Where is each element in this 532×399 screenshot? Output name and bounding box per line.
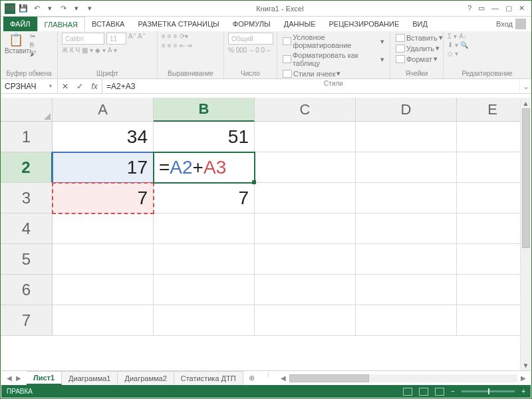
number-format-icons[interactable]: % 000 ←0 0→ [228,47,271,54]
cell-b1[interactable]: 51 [154,122,255,152]
cell-e3[interactable] [457,183,529,213]
cell-b7[interactable] [154,305,255,336]
sheet-tab-2[interactable]: Диаграмма1 [62,371,118,385]
insert-cells-button[interactable]: Вставить▾ [394,33,444,43]
formula-bar-expand-icon[interactable]: ⌄ [519,79,531,93]
tab-page-layout[interactable]: РАЗМЕТКА СТРАНИЦЫ [131,17,225,31]
qat-save-icon[interactable]: 💾 [18,3,29,14]
font-grow-shrink[interactable]: A˄ A˅ [128,33,146,45]
tab-home[interactable]: ГЛАВНАЯ [37,17,85,31]
cell-e5[interactable] [457,244,529,275]
cell-e2[interactable] [457,152,529,183]
tab-view[interactable]: ВИД [406,17,434,31]
qat-customize-icon[interactable]: ▾ [84,3,95,14]
col-header-a[interactable]: A [53,98,154,122]
row-header-1[interactable]: 1 [1,122,53,152]
col-header-e[interactable]: E [457,98,529,122]
cell-d5[interactable] [356,244,457,275]
paste-button[interactable]: 📋 Вставить [5,33,27,55]
help-icon[interactable]: ? [467,4,471,13]
sheet-nav-next-icon[interactable]: ▶ [16,374,21,382]
cell-c6[interactable] [255,275,356,305]
cell-e6[interactable] [457,275,529,305]
cell-d2[interactable] [356,152,457,183]
font-color-button[interactable]: A ▾ [108,47,117,54]
cell-d3[interactable] [356,183,457,213]
zoom-slider[interactable] [462,390,515,392]
cell-c5[interactable] [255,244,356,275]
number-format-selector[interactable]: Общий [228,33,273,45]
align-center-icon[interactable]: ≡ [168,42,172,49]
cell-e1[interactable] [457,122,529,152]
qat-undo-dropdown[interactable]: ▾ [45,3,55,14]
sheet-tab-1[interactable]: Лист1 [27,371,62,385]
row-header-5[interactable]: 5 [1,244,53,275]
qat-redo-icon[interactable]: ↷ [58,3,68,14]
indent-icon[interactable]: ⇤ ⇥ [180,42,192,49]
cell-c1[interactable] [255,122,356,152]
align-top-icon[interactable]: ≡ [162,33,166,40]
cell-styles-button[interactable]: Стили ячеек▾ [281,68,342,78]
cancel-formula-button[interactable]: ✕ [58,82,72,91]
view-normal-icon[interactable] [403,388,412,396]
formula-input[interactable]: =A2+A3 [102,79,519,93]
scroll-up-icon[interactable]: ▲ [521,98,531,108]
row-header-2[interactable]: 2 [1,152,53,183]
align-middle-icon[interactable]: ≡ [168,33,172,40]
sort-filter-icon[interactable]: A↓ [459,33,467,40]
cell-d6[interactable] [356,275,457,305]
tab-review[interactable]: РЕЦЕНЗИРОВАНИЕ [322,17,406,31]
enter-formula-button[interactable]: ✓ [72,82,87,91]
borders-button[interactable]: ▦ ▾ [82,47,93,54]
font-size-selector[interactable]: 11 [106,33,126,45]
font-name-selector[interactable]: Calibri [62,33,104,45]
col-header-c[interactable]: C [255,98,356,122]
h-scroll-thumb[interactable] [289,374,369,382]
cell-a6[interactable] [53,275,154,305]
fill-button[interactable]: ⬇ [448,41,453,49]
format-painter-icon[interactable]: 🖌 [30,50,37,57]
cut-icon[interactable]: ✂ [30,33,37,40]
v-scroll-thumb[interactable] [522,108,530,248]
clear-button[interactable]: ◇ [448,50,453,57]
scroll-down-icon[interactable]: ▼ [521,360,531,370]
tab-data[interactable]: ДАННЫЕ [277,17,323,31]
cell-c3[interactable] [255,183,356,213]
copy-icon[interactable]: ⎘ [30,41,37,49]
cell-e7[interactable] [457,305,529,336]
cell-b5[interactable] [154,244,255,275]
scroll-right-icon[interactable]: ▶ [519,374,528,382]
row-header-6[interactable]: 6 [1,275,53,305]
format-cells-button[interactable]: Формат▾ [394,54,439,64]
col-header-d[interactable]: D [356,98,457,122]
cell-c2[interactable] [255,152,356,183]
name-box-dropdown-icon[interactable]: ▼ [48,83,53,89]
scroll-left-icon[interactable]: ◀ [279,374,288,382]
delete-cells-button[interactable]: Удалить▾ [394,43,441,53]
maximize-button[interactable]: ▢ [505,4,512,13]
sheet-tab-3[interactable]: Диаграмма2 [118,371,174,385]
row-header-4[interactable]: 4 [1,213,53,244]
cell-b3[interactable]: 7 [154,183,255,213]
cell-a4[interactable] [53,213,154,244]
fill-color-button[interactable]: ◆ ▾ [95,47,106,54]
minimize-button[interactable]: — [491,4,499,13]
tab-insert[interactable]: ВСТАВКА [85,17,131,31]
sheet-nav-prev-icon[interactable]: ◀ [7,374,12,382]
conditional-formatting-button[interactable]: Условное форматирование▾ [281,33,386,50]
align-right-icon[interactable]: ≡ [174,42,178,49]
zoom-out-button[interactable]: − [451,388,455,395]
row-header-7[interactable]: 7 [1,305,53,336]
cell-e4[interactable] [457,213,529,244]
insert-function-button[interactable]: fx [87,82,102,91]
cell-b2[interactable]: =A2+A3 [154,152,255,183]
horizontal-scrollbar[interactable]: ◀ ▶ [276,371,531,385]
cell-c4[interactable] [255,213,356,244]
format-as-table-button[interactable]: Форматировать как таблицу▾ [281,51,386,68]
view-page-layout-icon[interactable] [419,388,428,396]
zoom-in-button[interactable]: + [521,388,525,395]
cell-a3[interactable]: 7 [53,183,154,213]
cell-a2[interactable]: 17 [53,152,154,183]
bold-button[interactable]: Ж К Ч [62,47,80,54]
cell-d1[interactable] [356,122,457,152]
